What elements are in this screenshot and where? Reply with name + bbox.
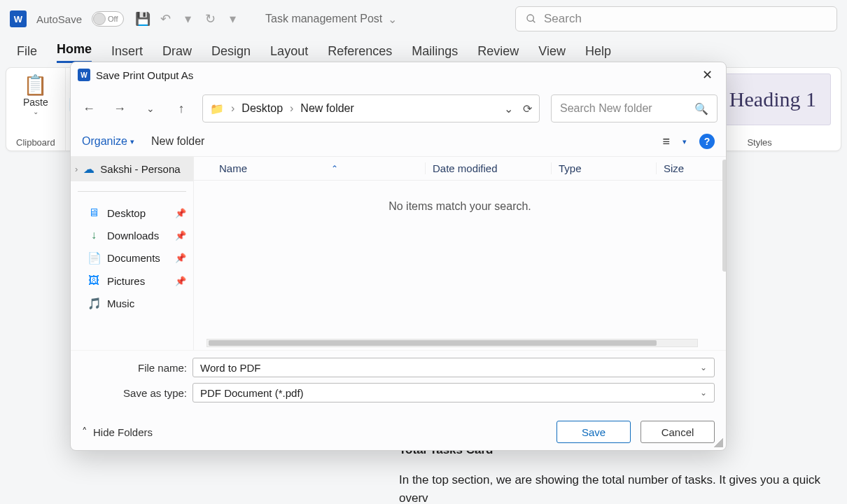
column-name[interactable]: Name [219,162,247,174]
close-button[interactable]: ✕ [695,65,719,85]
breadcrumb-item[interactable]: New folder [300,102,354,115]
file-name-input[interactable]: Word to PDF ⌄ [192,358,715,377]
tab-design[interactable]: Design [211,44,251,63]
scrollbar-thumb[interactable] [209,340,657,346]
clipboard-group: 📋 Paste ⌄ Clipboard [6,68,66,150]
chevron-down-icon[interactable]: ⌄ [504,102,513,115]
column-size[interactable]: Size [656,162,726,174]
tab-home[interactable]: Home [57,42,92,63]
search-icon [526,13,537,24]
sidebar-label: Pictures [107,275,145,287]
recent-dropdown[interactable]: ⌄ [141,103,160,114]
sidebar-label: Documents [107,252,160,264]
redo-icon[interactable]: ↻ [201,11,219,27]
hide-folders-toggle[interactable]: ˄ Hide Folders [82,426,153,438]
word-app-icon: W [78,69,90,81]
tab-view[interactable]: View [538,44,566,63]
dialog-search-input[interactable]: Search New folder 🔍 [551,94,718,122]
dialog-form: File name: Word to PDF ⌄ Save as type: P… [71,350,726,414]
word-app-icon: W [10,10,27,27]
view-options-icon[interactable]: ≡ [662,134,670,149]
tab-mailings[interactable]: Mailings [412,44,458,63]
tab-help[interactable]: Help [585,44,611,63]
save-type-select[interactable]: PDF Document (*.pdf) ⌄ [192,383,715,402]
heading1-style[interactable]: Heading 1 [715,74,831,125]
document-title[interactable]: Task management Post ⌄ [265,13,397,26]
tab-layout[interactable]: Layout [270,44,308,63]
sidebar-item-downloads[interactable]: ↓ Downloads 📌 [71,224,193,246]
refresh-icon[interactable]: ⟳ [523,102,532,115]
save-icon[interactable]: 💾 [134,11,152,27]
organize-dropdown[interactable]: Organize ▾ [82,135,134,148]
sidebar-label: Sakshi - Persona [100,163,180,175]
toggle-knob-icon [93,13,106,25]
save-dialog: W Save Print Output As ✕ ← → ⌄ ↑ 📁 › Des… [70,62,727,451]
file-name-value: Word to PDF [200,362,260,374]
title-bar: W AutoSave Off 💾 ↶ ▾ ↻ ▾ Task management… [0,0,847,38]
autosave-state: Off [108,15,118,23]
sidebar-item-music[interactable]: 🎵 Music [71,292,193,315]
new-folder-button[interactable]: New folder [151,135,204,148]
chevron-down-icon[interactable]: ⌄ [700,363,707,372]
doc-text: In the top section, we are showing the t… [399,471,847,504]
sidebar-item-documents[interactable]: 📄 Documents 📌 [71,246,193,270]
chevron-up-icon: ˄ [82,426,88,438]
sidebar-item-pictures[interactable]: 🖼 Pictures 📌 [71,270,193,292]
folder-icon: 📁 [210,102,224,115]
chevron-right-icon: › [75,164,78,174]
column-type[interactable]: Type [551,162,656,174]
sidebar-label: Downloads [107,230,159,241]
pin-icon: 📌 [175,276,186,286]
breadcrumb-item[interactable]: Desktop [241,102,283,115]
autosave-toggle[interactable]: Off [92,11,124,27]
clipboard-icon: 📋 [23,74,48,97]
sidebar-label: Desktop [107,207,146,219]
organize-label: Organize [82,135,127,148]
styles-group-label: Styles [747,137,771,148]
tab-file[interactable]: File [17,44,37,63]
ribbon-tabs: File Home Insert Draw Design Layout Refe… [0,38,847,63]
sidebar-item-desktop[interactable]: 🖥 Desktop 📌 [71,202,193,224]
file-name-label: File name: [82,362,187,374]
chevron-down-icon[interactable]: ▾ [223,11,241,27]
dialog-toolbar: Organize ▾ New folder ≡ ▾ ? [71,130,726,157]
chevron-down-icon[interactable]: ⌄ [700,388,707,398]
paste-label: Paste [23,97,48,108]
horizontal-scrollbar[interactable] [206,339,698,347]
tab-references[interactable]: References [328,44,392,63]
sidebar-item-onedrive[interactable]: › ☁ Sakshi - Persona [71,157,193,181]
tab-draw[interactable]: Draw [162,44,192,63]
pin-icon: 📌 [175,253,186,263]
up-button[interactable]: ↑ [172,102,191,116]
tab-insert[interactable]: Insert [111,44,143,63]
sort-ascending-icon[interactable]: ⌃ [331,164,338,174]
dialog-sidebar: › ☁ Sakshi - Persona 🖥 Desktop 📌 ↓ Downl… [71,157,194,350]
file-list: Name ⌃ Date modified Type Size No items … [194,157,726,350]
help-icon[interactable]: ? [699,134,715,149]
vertical-scrollbar[interactable] [722,160,727,272]
save-button[interactable]: Save [556,421,631,443]
paste-button[interactable]: 📋 Paste ⌄ [23,74,48,115]
chevron-down-icon[interactable]: ▾ [682,137,687,146]
resize-grip-icon[interactable] [713,438,723,447]
search-input[interactable]: Search [515,6,837,31]
cancel-button[interactable]: Cancel [640,421,715,443]
tab-review[interactable]: Review [477,44,519,63]
undo-icon[interactable]: ↶ [156,11,174,27]
chevron-right-icon: › [290,102,293,115]
music-icon: 🎵 [88,297,100,310]
svg-point-0 [527,15,533,21]
clipboard-group-label: Clipboard [16,137,55,148]
search-placeholder: Search New folder [560,102,652,115]
address-bar[interactable]: 📁 › Desktop › New folder ⌄ ⟳ [202,94,540,122]
back-button[interactable]: ← [79,102,99,116]
dialog-title: Save Print Output As [96,69,193,81]
chevron-right-icon: › [231,102,234,115]
picture-icon: 🖼 [88,274,100,287]
hide-folders-label: Hide Folders [93,426,153,438]
column-date[interactable]: Date modified [425,162,551,174]
cloud-icon: ☁ [83,162,94,176]
chevron-down-icon[interactable]: ▾ [178,11,197,27]
forward-button[interactable]: → [110,102,130,116]
dialog-nav: ← → ⌄ ↑ 📁 › Desktop › New folder ⌄ ⟳ Sea… [71,88,726,130]
